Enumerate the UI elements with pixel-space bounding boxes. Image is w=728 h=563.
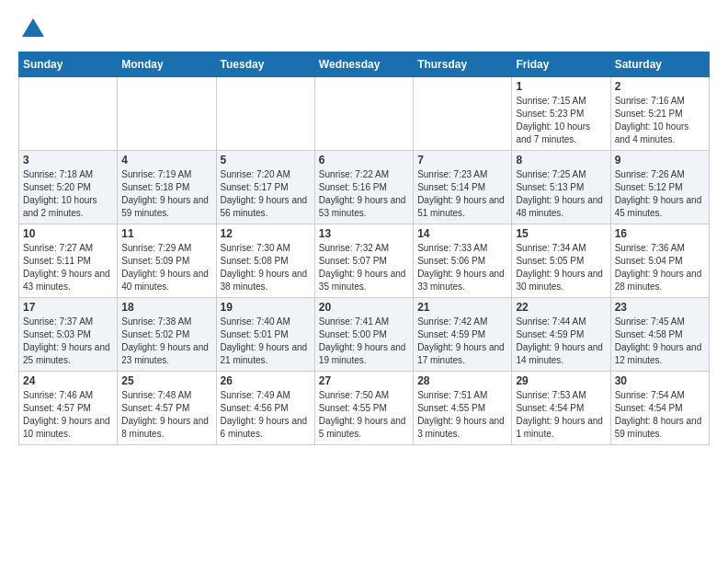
day-number: 27 bbox=[319, 374, 409, 387]
day-number: 3 bbox=[23, 154, 113, 167]
calendar-day-cell: 24Sunrise: 7:46 AMSunset: 4:57 PMDayligh… bbox=[19, 372, 118, 445]
calendar-day-cell: 21Sunrise: 7:42 AMSunset: 4:59 PMDayligh… bbox=[414, 298, 512, 372]
calendar-day-cell: 28Sunrise: 7:51 AMSunset: 4:55 PMDayligh… bbox=[414, 372, 512, 445]
day-number: 18 bbox=[121, 301, 211, 314]
day-number: 16 bbox=[615, 227, 705, 240]
calendar-header-row: SundayMondayTuesdayWednesdayThursdayFrid… bbox=[19, 52, 710, 77]
weekday-header: Tuesday bbox=[216, 52, 314, 77]
logo bbox=[18, 15, 46, 40]
day-number: 5 bbox=[221, 154, 311, 167]
calendar-day-cell: 22Sunrise: 7:44 AMSunset: 4:59 PMDayligh… bbox=[512, 298, 610, 372]
day-number: 20 bbox=[319, 301, 409, 314]
day-info: Sunrise: 7:41 AMSunset: 5:00 PMDaylight:… bbox=[319, 316, 409, 367]
day-number: 1 bbox=[516, 80, 606, 93]
day-info: Sunrise: 7:54 AMSunset: 4:54 PMDaylight:… bbox=[615, 389, 705, 441]
calendar-day-cell: 11Sunrise: 7:29 AMSunset: 5:09 PMDayligh… bbox=[118, 224, 216, 298]
day-number: 24 bbox=[23, 374, 113, 387]
day-info: Sunrise: 7:22 AMSunset: 5:16 PMDaylight:… bbox=[319, 168, 409, 220]
day-info: Sunrise: 7:51 AMSunset: 4:55 PMDaylight:… bbox=[417, 389, 507, 441]
calendar-day-cell: 8Sunrise: 7:25 AMSunset: 5:13 PMDaylight… bbox=[512, 151, 610, 224]
calendar-day-cell: 16Sunrise: 7:36 AMSunset: 5:04 PMDayligh… bbox=[610, 224, 709, 298]
calendar-day-cell bbox=[118, 77, 216, 151]
day-number: 30 bbox=[615, 374, 705, 387]
day-info: Sunrise: 7:53 AMSunset: 4:54 PMDaylight:… bbox=[516, 389, 606, 441]
day-info: Sunrise: 7:50 AMSunset: 4:55 PMDaylight:… bbox=[319, 389, 409, 441]
day-info: Sunrise: 7:37 AMSunset: 5:03 PMDaylight:… bbox=[23, 316, 113, 367]
day-number: 15 bbox=[516, 227, 606, 240]
calendar-week-row: 3Sunrise: 7:18 AMSunset: 5:20 PMDaylight… bbox=[19, 151, 710, 224]
calendar-day-cell bbox=[314, 77, 413, 151]
svg-marker-0 bbox=[22, 18, 44, 37]
day-info: Sunrise: 7:45 AMSunset: 4:58 PMDaylight:… bbox=[615, 316, 705, 367]
calendar-day-cell: 18Sunrise: 7:38 AMSunset: 5:02 PMDayligh… bbox=[118, 298, 216, 372]
calendar-day-cell: 4Sunrise: 7:19 AMSunset: 5:18 PMDaylight… bbox=[118, 151, 216, 224]
day-number: 19 bbox=[221, 301, 311, 314]
weekday-header: Wednesday bbox=[314, 52, 413, 77]
calendar-day-cell: 30Sunrise: 7:54 AMSunset: 4:54 PMDayligh… bbox=[610, 372, 709, 445]
calendar-day-cell: 7Sunrise: 7:23 AMSunset: 5:14 PMDaylight… bbox=[414, 151, 512, 224]
weekday-header: Sunday bbox=[19, 52, 118, 77]
calendar-day-cell: 13Sunrise: 7:32 AMSunset: 5:07 PMDayligh… bbox=[314, 224, 413, 298]
calendar-day-cell: 19Sunrise: 7:40 AMSunset: 5:01 PMDayligh… bbox=[216, 298, 314, 372]
day-number: 7 bbox=[417, 154, 507, 167]
day-info: Sunrise: 7:36 AMSunset: 5:04 PMDaylight:… bbox=[615, 242, 705, 293]
day-number: 6 bbox=[319, 154, 409, 167]
calendar-day-cell: 25Sunrise: 7:48 AMSunset: 4:57 PMDayligh… bbox=[118, 372, 216, 445]
day-info: Sunrise: 7:33 AMSunset: 5:06 PMDaylight:… bbox=[417, 242, 507, 293]
calendar-day-cell bbox=[414, 77, 512, 151]
calendar-day-cell bbox=[216, 77, 314, 151]
weekday-header: Thursday bbox=[414, 52, 512, 77]
day-info: Sunrise: 7:32 AMSunset: 5:07 PMDaylight:… bbox=[319, 242, 409, 293]
calendar-week-row: 17Sunrise: 7:37 AMSunset: 5:03 PMDayligh… bbox=[19, 298, 710, 372]
calendar-week-row: 10Sunrise: 7:27 AMSunset: 5:11 PMDayligh… bbox=[19, 224, 710, 298]
calendar-day-cell: 29Sunrise: 7:53 AMSunset: 4:54 PMDayligh… bbox=[512, 372, 610, 445]
logo-icon bbox=[20, 15, 46, 40]
calendar-day-cell: 17Sunrise: 7:37 AMSunset: 5:03 PMDayligh… bbox=[19, 298, 118, 372]
day-number: 9 bbox=[615, 154, 705, 167]
day-info: Sunrise: 7:19 AMSunset: 5:18 PMDaylight:… bbox=[121, 168, 211, 220]
weekday-header: Monday bbox=[118, 52, 216, 77]
day-number: 21 bbox=[417, 301, 507, 314]
day-number: 4 bbox=[121, 154, 211, 167]
day-info: Sunrise: 7:34 AMSunset: 5:05 PMDaylight:… bbox=[516, 242, 606, 293]
calendar-day-cell: 15Sunrise: 7:34 AMSunset: 5:05 PMDayligh… bbox=[512, 224, 610, 298]
weekday-header: Saturday bbox=[610, 52, 709, 77]
calendar-day-cell: 14Sunrise: 7:33 AMSunset: 5:06 PMDayligh… bbox=[414, 224, 512, 298]
calendar-day-cell: 10Sunrise: 7:27 AMSunset: 5:11 PMDayligh… bbox=[19, 224, 118, 298]
day-number: 10 bbox=[23, 227, 113, 240]
day-number: 12 bbox=[221, 227, 311, 240]
day-info: Sunrise: 7:48 AMSunset: 4:57 PMDaylight:… bbox=[121, 389, 211, 441]
day-info: Sunrise: 7:20 AMSunset: 5:17 PMDaylight:… bbox=[221, 168, 311, 220]
day-number: 22 bbox=[516, 301, 606, 314]
day-info: Sunrise: 7:18 AMSunset: 5:20 PMDaylight:… bbox=[23, 168, 113, 220]
day-number: 17 bbox=[23, 301, 113, 314]
header bbox=[18, 15, 710, 40]
day-info: Sunrise: 7:25 AMSunset: 5:13 PMDaylight:… bbox=[516, 168, 606, 220]
day-number: 8 bbox=[516, 154, 606, 167]
calendar-day-cell: 1Sunrise: 7:15 AMSunset: 5:23 PMDaylight… bbox=[512, 77, 610, 151]
calendar-week-row: 1Sunrise: 7:15 AMSunset: 5:23 PMDaylight… bbox=[19, 77, 710, 151]
weekday-header: Friday bbox=[512, 52, 610, 77]
day-info: Sunrise: 7:23 AMSunset: 5:14 PMDaylight:… bbox=[417, 168, 507, 220]
calendar-day-cell: 12Sunrise: 7:30 AMSunset: 5:08 PMDayligh… bbox=[216, 224, 314, 298]
day-info: Sunrise: 7:16 AMSunset: 5:21 PMDaylight:… bbox=[615, 95, 705, 146]
day-info: Sunrise: 7:46 AMSunset: 4:57 PMDaylight:… bbox=[23, 389, 113, 441]
calendar-day-cell: 27Sunrise: 7:50 AMSunset: 4:55 PMDayligh… bbox=[314, 372, 413, 445]
calendar-day-cell: 20Sunrise: 7:41 AMSunset: 5:00 PMDayligh… bbox=[314, 298, 413, 372]
calendar-day-cell: 9Sunrise: 7:26 AMSunset: 5:12 PMDaylight… bbox=[610, 151, 709, 224]
day-info: Sunrise: 7:30 AMSunset: 5:08 PMDaylight:… bbox=[221, 242, 311, 293]
calendar-day-cell: 2Sunrise: 7:16 AMSunset: 5:21 PMDaylight… bbox=[610, 77, 709, 151]
day-info: Sunrise: 7:44 AMSunset: 4:59 PMDaylight:… bbox=[516, 316, 606, 367]
calendar-day-cell: 6Sunrise: 7:22 AMSunset: 5:16 PMDaylight… bbox=[314, 151, 413, 224]
day-number: 14 bbox=[417, 227, 507, 240]
calendar-table: SundayMondayTuesdayWednesdayThursdayFrid… bbox=[18, 52, 710, 445]
calendar-week-row: 24Sunrise: 7:46 AMSunset: 4:57 PMDayligh… bbox=[19, 372, 710, 445]
day-number: 26 bbox=[221, 374, 311, 387]
calendar-day-cell: 5Sunrise: 7:20 AMSunset: 5:17 PMDaylight… bbox=[216, 151, 314, 224]
day-number: 25 bbox=[121, 374, 211, 387]
day-number: 29 bbox=[516, 374, 606, 387]
day-info: Sunrise: 7:40 AMSunset: 5:01 PMDaylight:… bbox=[221, 316, 311, 367]
calendar-day-cell: 3Sunrise: 7:18 AMSunset: 5:20 PMDaylight… bbox=[19, 151, 118, 224]
calendar-day-cell bbox=[19, 77, 118, 151]
day-number: 11 bbox=[121, 227, 211, 240]
